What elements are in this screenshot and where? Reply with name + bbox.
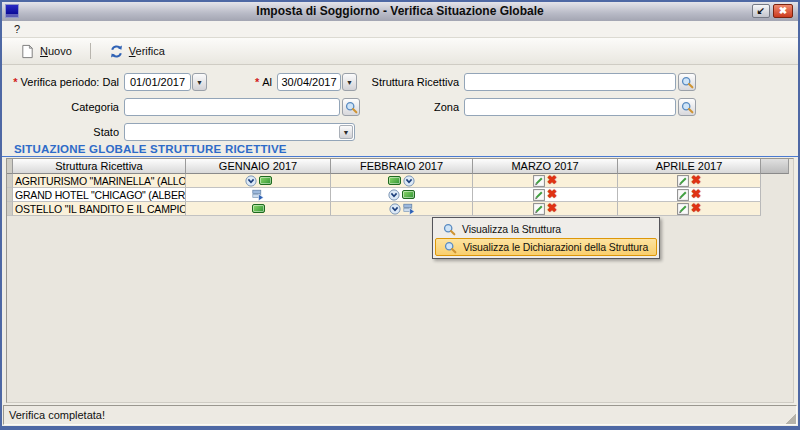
nuovo-button-label: Nuovo (40, 45, 72, 57)
column-header-febbraio: FEBBRAIO 2017 (331, 159, 473, 174)
magnifier-icon (681, 101, 694, 113)
struttura-lookup-button[interactable] (678, 73, 696, 91)
header-filler (761, 159, 789, 174)
toolbar-separator (90, 43, 91, 59)
required-marker: * (255, 76, 259, 88)
delete-icon[interactable]: ✖ (691, 203, 701, 215)
context-menu-item[interactable]: Visualizza la Struttura (435, 220, 657, 238)
filter-form: * Verifica periodo: Dal ▼ * Al ▼ Struttu… (2, 65, 798, 142)
magnifier-icon (443, 223, 456, 235)
refresh-icon (109, 45, 124, 57)
zona-label: Zona (342, 98, 459, 116)
money-icon[interactable] (252, 203, 265, 215)
structure-name-cell[interactable]: GRAND HOTEL "CHICAGO" (ALBERGO - 4 (13, 188, 186, 202)
transfer-icon[interactable] (252, 189, 264, 201)
chevron-down-icon: ▼ (196, 79, 203, 86)
money-icon[interactable] (388, 175, 401, 187)
month-cell[interactable] (186, 202, 331, 216)
magnifier-icon (681, 76, 694, 88)
delete-icon[interactable]: ✖ (547, 175, 557, 187)
restore-icon: ↙ (757, 6, 765, 16)
status-bar: Verifica completata! (3, 405, 797, 425)
transfer-icon[interactable] (403, 203, 415, 215)
grid-rows: AGRITURISMO "MARINELLA" (ALLOGGIO✖✖GRAND… (7, 174, 793, 216)
context-menu: Visualizza la StrutturaVisualizza le Dic… (432, 217, 660, 259)
table-row[interactable]: AGRITURISMO "MARINELLA" (ALLOGGIO✖✖ (7, 174, 793, 188)
title-bar: Imposta di Soggiorno - Verifica Situazio… (2, 2, 798, 22)
stato-select[interactable]: ▼ (124, 123, 355, 141)
zona-lookup-button[interactable] (678, 98, 696, 116)
grid-header: Struttura Ricettiva GENNAIO 2017 FEBBRAI… (7, 159, 793, 174)
window-title: Imposta di Soggiorno - Verifica Situazio… (2, 2, 798, 21)
month-cell[interactable] (331, 188, 473, 202)
al-label: * Al (247, 73, 272, 91)
month-cell[interactable]: ✖ (473, 202, 618, 216)
delete-icon[interactable]: ✖ (547, 203, 557, 215)
month-cell[interactable] (331, 202, 473, 216)
table-row[interactable]: OSTELLO "IL BANDITO E IL CAMPIONE" (✖✖ (7, 202, 793, 216)
month-cell[interactable]: ✖ (473, 174, 618, 188)
context-menu-item[interactable]: Visualizza le Dichiarazioni della Strutt… (435, 238, 657, 256)
month-cell[interactable] (186, 174, 331, 188)
dal-dropdown-button[interactable]: ▼ (192, 73, 207, 91)
edit-icon[interactable] (677, 175, 689, 187)
column-header-struttura: Struttura Ricettiva (13, 159, 186, 174)
stato-label: Stato (2, 123, 119, 141)
required-marker: * (13, 76, 17, 88)
edit-icon[interactable] (677, 203, 689, 215)
history-icon[interactable] (388, 189, 400, 201)
history-icon[interactable] (245, 175, 257, 187)
categoria-label: Categoria (2, 98, 119, 116)
zona-input[interactable] (464, 98, 676, 116)
structure-name-cell[interactable]: AGRITURISMO "MARINELLA" (ALLOGGIO (13, 174, 186, 188)
column-header-gennaio: GENNAIO 2017 (186, 159, 331, 174)
context-menu-item-label: Visualizza la Struttura (462, 223, 561, 235)
history-icon[interactable] (403, 175, 415, 187)
history-icon[interactable] (389, 203, 401, 215)
magnifier-icon (444, 241, 457, 253)
edit-icon[interactable] (677, 189, 689, 201)
al-date-input[interactable] (277, 73, 341, 91)
app-window: Imposta di Soggiorno - Verifica Situazio… (0, 0, 800, 430)
verifica-button[interactable]: Verifica (101, 42, 173, 60)
month-cell[interactable] (331, 174, 473, 188)
menu-bar: ? (2, 21, 798, 38)
month-cell[interactable]: ✖ (618, 174, 761, 188)
chevron-down-icon[interactable]: ▼ (339, 125, 353, 139)
status-text: Verifica completata! (9, 409, 105, 421)
month-cell[interactable]: ✖ (618, 188, 761, 202)
money-icon[interactable] (402, 189, 415, 201)
help-menu[interactable]: ? (10, 23, 24, 35)
toolbar: Nuovo Verifica (2, 38, 798, 65)
month-cell[interactable] (186, 188, 331, 202)
section-title: SITUAZIONE GLOBALE STRUTTURE RICETTIVE (2, 142, 798, 157)
close-icon: ✖ (779, 6, 787, 16)
edit-icon[interactable] (533, 189, 545, 201)
restore-window-button[interactable]: ↙ (752, 4, 770, 18)
delete-icon[interactable]: ✖ (547, 189, 557, 201)
close-window-button[interactable]: ✖ (773, 4, 793, 18)
new-document-icon (20, 45, 35, 57)
verifica-button-label: Verifica (129, 45, 165, 57)
money-icon[interactable] (259, 175, 272, 187)
delete-icon[interactable]: ✖ (691, 189, 701, 201)
month-cell[interactable]: ✖ (473, 188, 618, 202)
column-header-marzo: MARZO 2017 (473, 159, 618, 174)
table-row[interactable]: GRAND HOTEL "CHICAGO" (ALBERGO - 4✖✖ (7, 188, 793, 202)
nuovo-button[interactable]: Nuovo (12, 42, 80, 60)
struttura-ricettiva-label: Struttura Ricettiva (342, 73, 459, 91)
struttura-ricettiva-input[interactable] (464, 73, 676, 91)
delete-icon[interactable]: ✖ (691, 175, 701, 187)
structure-name-cell[interactable]: OSTELLO "IL BANDITO E IL CAMPIONE" ( (13, 202, 186, 216)
structures-grid: Struttura Ricettiva GENNAIO 2017 FEBBRAI… (6, 158, 794, 403)
edit-icon[interactable] (533, 175, 545, 187)
month-cell[interactable]: ✖ (618, 202, 761, 216)
resize-grip[interactable] (786, 414, 796, 424)
column-header-aprile: APRILE 2017 (618, 159, 761, 174)
edit-icon[interactable] (533, 203, 545, 215)
categoria-input[interactable] (124, 98, 340, 116)
dal-date-input[interactable] (124, 73, 191, 91)
periodo-dal-label: * Verifica periodo: Dal (2, 73, 119, 91)
context-menu-item-label: Visualizza le Dichiarazioni della Strutt… (463, 241, 648, 253)
